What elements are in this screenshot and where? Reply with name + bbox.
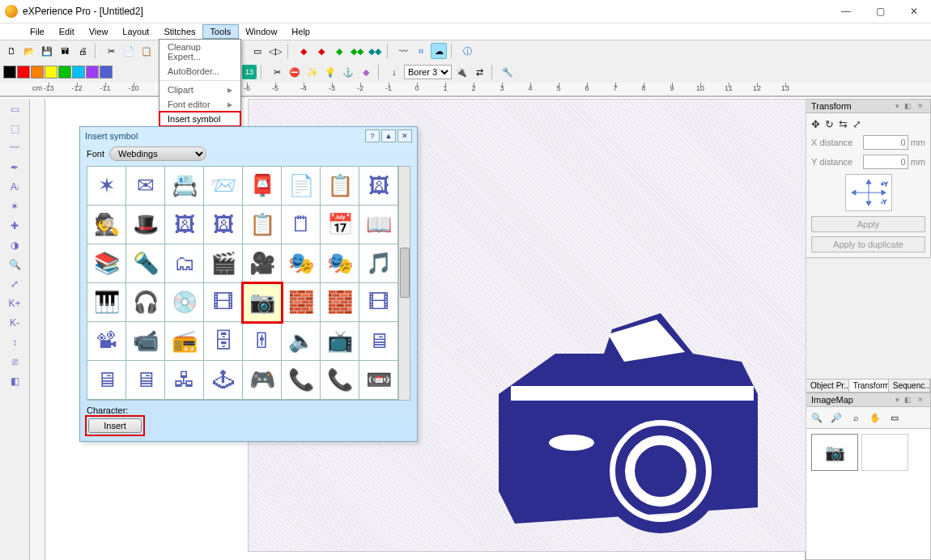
symbol-cell-5-0[interactable]: 🖥: [87, 361, 126, 400]
align-icon[interactable]: ▭: [249, 43, 266, 59]
maximize-button[interactable]: ▢: [863, 0, 897, 23]
menu-help[interactable]: Help: [284, 25, 317, 38]
save-all-icon[interactable]: 🖬: [57, 43, 73, 59]
menu-tools[interactable]: Tools: [203, 25, 239, 38]
flip-h-icon[interactable]: ◁▷: [267, 43, 283, 59]
swatch-0[interactable]: [3, 66, 16, 78]
borer-select[interactable]: Borer 3: [404, 65, 452, 79]
swatch-5[interactable]: [72, 66, 85, 78]
symbol-cell-2-3[interactable]: 🎬: [204, 244, 243, 283]
left-tool-3[interactable]: ✒: [6, 159, 23, 176]
left-tool-9[interactable]: ⤢: [6, 275, 23, 293]
symbol-cell-1-1[interactable]: 🎩: [126, 206, 165, 244]
menu-window[interactable]: Window: [238, 25, 284, 38]
diamond-red-icon[interactable]: ◆: [295, 43, 312, 59]
symbol-cell-2-2[interactable]: 🗂: [165, 244, 204, 283]
symbol-cell-2-6[interactable]: 🎭: [321, 244, 359, 283]
save-icon[interactable]: 💾: [39, 43, 55, 59]
plug-icon[interactable]: 🔌: [453, 64, 470, 80]
menu-layout[interactable]: Layout: [115, 25, 156, 38]
dialog-close-icon[interactable]: ✕: [397, 129, 412, 142]
zoom-fit-icon[interactable]: ⌕: [848, 409, 864, 426]
symbol-cell-0-3[interactable]: 📨: [204, 167, 243, 206]
apply-button[interactable]: Apply: [811, 216, 925, 232]
symbol-cell-0-2[interactable]: 📇: [165, 167, 204, 206]
paste-icon[interactable]: 📋: [138, 43, 155, 59]
marquee-icon[interactable]: ▭: [886, 409, 903, 426]
symbol-cell-1-0[interactable]: 🕵: [87, 206, 126, 244]
menu-edit[interactable]: Edit: [52, 25, 82, 38]
symbol-cell-3-4[interactable]: 📷: [243, 283, 282, 322]
symbol-cell-2-0[interactable]: 📚: [87, 244, 126, 283]
symbol-cell-4-6[interactable]: 📺: [321, 322, 359, 361]
symbol-cell-1-6[interactable]: 📅: [321, 206, 359, 244]
symbol-cell-5-3[interactable]: 🕹: [204, 361, 243, 400]
symbol-cell-0-7[interactable]: 🖼: [359, 167, 398, 206]
scissors-icon[interactable]: ✂: [269, 64, 285, 80]
insert-button[interactable]: Insert: [88, 418, 142, 433]
left-tool-10[interactable]: K+: [6, 295, 23, 312]
cloud-icon[interactable]: ☁: [431, 43, 447, 59]
hand-icon[interactable]: ✋: [867, 409, 883, 426]
tab-transform[interactable]: Transform: [849, 380, 889, 392]
copy-icon[interactable]: 📄: [121, 43, 137, 59]
left-tool-12[interactable]: ↕: [6, 333, 23, 351]
symbol-cell-2-7[interactable]: 🎵: [359, 244, 398, 283]
sparkle-icon[interactable]: ✨: [304, 64, 321, 80]
dialog-rollup-icon[interactable]: ▲: [381, 129, 396, 142]
symbol-cell-1-4[interactable]: 📋: [243, 206, 282, 244]
left-tool-0[interactable]: ▭: [6, 100, 23, 118]
symbol-cell-3-1[interactable]: 🎧: [126, 283, 165, 322]
symbol-cell-0-6[interactable]: 📋: [321, 167, 359, 206]
symbol-cell-5-1[interactable]: 🖥: [126, 361, 165, 400]
symbol-cell-3-5[interactable]: 🧱: [282, 283, 321, 322]
symbol-cell-3-7[interactable]: 🎞: [359, 283, 398, 322]
diamond-red2-icon[interactable]: ◆: [313, 43, 329, 59]
swatch-3[interactable]: [45, 66, 57, 78]
cut-icon[interactable]: ✂: [103, 43, 119, 59]
direction-widget[interactable]: +Y-Y: [845, 174, 892, 211]
symbol-cell-2-5[interactable]: 🎭: [282, 244, 321, 283]
x-distance-input[interactable]: [863, 135, 908, 150]
zoom-out-icon[interactable]: 🔎: [828, 409, 844, 426]
diamond-green2-icon[interactable]: ◆◆: [349, 43, 365, 59]
symbol-cell-4-4[interactable]: 🎚: [243, 322, 282, 361]
scale-icon[interactable]: ⤢: [852, 118, 861, 130]
symbol-cell-3-2[interactable]: 💿: [165, 283, 204, 322]
wireframe-icon[interactable]: ⌗: [413, 43, 429, 59]
left-tool-5[interactable]: ✶: [6, 197, 23, 215]
close-button[interactable]: ✕: [897, 0, 931, 23]
swatch-1[interactable]: [17, 66, 30, 78]
symbol-cell-4-0[interactable]: 📽: [87, 322, 126, 361]
tools-menu-autoborder-[interactable]: AutoBorder...: [159, 64, 240, 78]
tools-menu-font-editor[interactable]: Font editor: [159, 97, 240, 112]
left-tool-11[interactable]: K-: [6, 314, 23, 332]
menu-view[interactable]: View: [82, 25, 116, 38]
print-icon[interactable]: 🖨: [74, 43, 91, 59]
imagemap-thumbnail[interactable]: 📷: [811, 434, 858, 471]
symbol-cell-1-7[interactable]: 📖: [359, 206, 398, 244]
symbol-cell-2-4[interactable]: 🎥: [243, 244, 282, 283]
left-tool-8[interactable]: 🔍: [6, 256, 23, 274]
symbol-cell-0-5[interactable]: 📄: [282, 167, 321, 206]
zoom-in-icon[interactable]: 🔍: [809, 409, 825, 426]
symbol-cell-3-6[interactable]: 🧱: [321, 283, 359, 322]
left-tool-1[interactable]: ⬚: [6, 120, 23, 138]
symbol-cell-5-2[interactable]: 🖧: [165, 361, 204, 400]
tab-objectpr[interactable]: Object Pr...: [806, 380, 849, 392]
left-tool-7[interactable]: ◑: [6, 236, 23, 254]
apply-duplicate-button[interactable]: Apply to duplicate: [811, 236, 925, 252]
imagemap-thumbnail-empty[interactable]: [861, 434, 908, 471]
swatch-6[interactable]: [86, 66, 99, 78]
bulb-icon[interactable]: 💡: [322, 64, 338, 80]
dialog-titlebar[interactable]: Insert symbol ? ▲ ✕: [80, 127, 417, 145]
symbol-cell-4-7[interactable]: 🖥: [359, 322, 398, 361]
swatch-7[interactable]: [100, 66, 113, 78]
stop-icon[interactable]: ⛔: [287, 64, 303, 80]
swatch-4[interactable]: [58, 66, 71, 78]
mirror-icon[interactable]: ⇆: [839, 118, 848, 130]
gem-icon[interactable]: ◆: [358, 64, 374, 80]
symbol-cell-2-1[interactable]: 🔦: [126, 244, 165, 283]
move-icon[interactable]: ✥: [811, 118, 820, 130]
symbol-cell-5-7[interactable]: 📼: [359, 361, 398, 400]
